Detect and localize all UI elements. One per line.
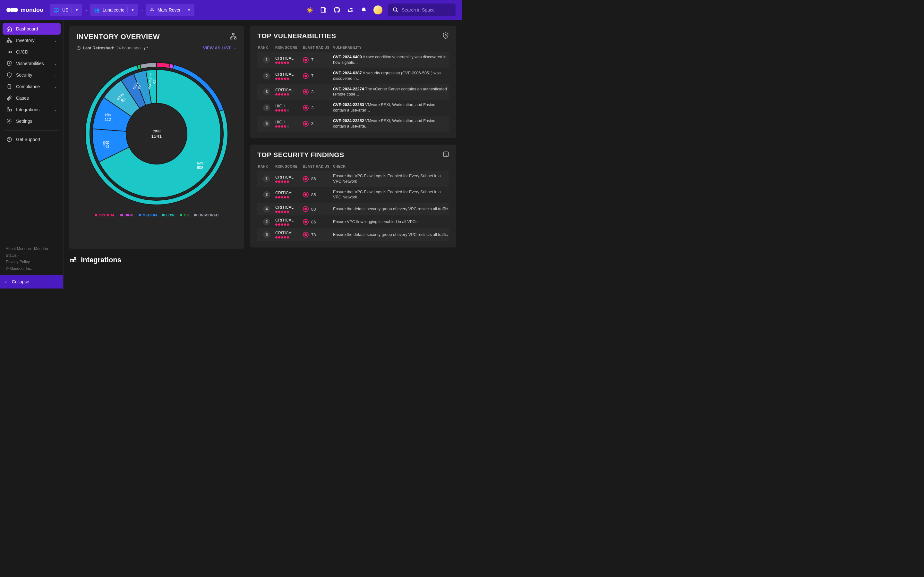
table-row[interactable]: 2 CRITICAL 7 CVE-2024-6387 A security re…	[257, 68, 449, 84]
sitemap-icon[interactable]	[230, 33, 237, 40]
theme-icon[interactable]: ☀️	[306, 6, 314, 14]
clock-icon	[76, 46, 81, 50]
expand-icon[interactable]	[443, 151, 449, 157]
region-selector[interactable]: 🌐 US ▼	[50, 4, 82, 16]
table-row[interactable]: 3 CRITICAL 3 CVE-2024-22274 The vCenter …	[257, 84, 449, 100]
sidebar-item-compliance[interactable]: Compliance ⌄	[3, 81, 61, 92]
legend-item[interactable]: OK	[180, 213, 189, 217]
sidebar-item-label: Settings	[16, 119, 32, 124]
gear-icon	[6, 118, 12, 124]
sidebar-item-label: Inventory	[16, 38, 35, 43]
brand-logo[interactable]: mondoo	[6, 7, 43, 13]
bell-icon[interactable]	[360, 6, 368, 14]
legend-item[interactable]: CRITICAL	[95, 213, 115, 217]
svg-point-14	[9, 121, 10, 122]
table-row[interactable]: 1 CRITICAL 7 CVE-2024-6409 A race condit…	[257, 52, 449, 68]
legend-item[interactable]: HIGH	[120, 213, 134, 217]
svg-point-20	[445, 35, 447, 36]
sidebar-item-label: Integrations	[16, 107, 39, 112]
svg-rect-3	[348, 11, 351, 12]
table-row[interactable]: 2 CRITICAL 86 Ensure VPC flow logging is…	[257, 215, 449, 228]
rank-badge: 1	[258, 56, 275, 63]
row-description: Ensure that VPC Flow Logs is Enabled for…	[333, 189, 449, 200]
rank-badge: 3	[258, 88, 275, 95]
last-refreshed: Last Refreshed: 24 hours ago	[76, 45, 148, 50]
risk-score: CRITICAL	[275, 88, 303, 95]
shield-bug-icon[interactable]	[442, 32, 449, 39]
col-rank: RANK	[258, 45, 275, 49]
sidebar-item-security[interactable]: Security ⌄	[3, 69, 61, 81]
legend-item[interactable]: MEDIUM	[139, 213, 157, 217]
card-title: TOP VULNERABILITIES	[257, 32, 336, 40]
chevron-down-icon: ⌄	[54, 85, 57, 89]
svg-rect-2	[351, 9, 352, 12]
collapse-button[interactable]: ‹ Collapse	[0, 275, 63, 288]
sidebar-item-label: Compliance	[16, 84, 40, 89]
footer-about[interactable]: About Mondoo	[6, 247, 31, 251]
topbar: mondoo 🌐 US ▼ › 👥 Lunalectric ▼ › ⁂ Mars…	[0, 0, 462, 20]
svg-rect-11	[7, 109, 9, 111]
refresh-icon[interactable]	[144, 46, 148, 50]
inventory-donut-chart[interactable]: total 1341 aws908 gcp114 k8s112 other82	[83, 60, 230, 207]
shield-icon	[6, 72, 12, 78]
blast-radius: 86	[303, 219, 333, 225]
avatar[interactable]	[373, 5, 383, 15]
integrations-icon	[6, 107, 12, 113]
slack-icon[interactable]	[347, 6, 354, 14]
clipboard-icon	[6, 84, 12, 89]
sidebar-item-integrations[interactable]: Integrations ⌄	[3, 104, 61, 115]
card-title: TOP SECURITY FINDINGS	[257, 151, 344, 159]
table-row[interactable]: 4 HIGH 3 CVE-2024-22253 VMware ESXi, Wor…	[257, 100, 449, 116]
sidebar-item-settings[interactable]: Settings	[3, 115, 61, 127]
sitemap-icon	[6, 37, 12, 43]
chevron-down-icon: ▼	[187, 8, 191, 12]
risk-score: CRITICAL	[275, 191, 303, 198]
donut-total-value: 1341	[151, 133, 162, 139]
blast-icon	[303, 73, 309, 79]
sidebar-item-support[interactable]: Get Support	[3, 134, 61, 145]
svg-rect-12	[10, 109, 11, 111]
sidebar-item-cicd[interactable]: CI/CD	[3, 46, 61, 58]
risk-score: CRITICAL	[275, 218, 303, 226]
svg-rect-1	[350, 8, 352, 9]
table-row[interactable]: 5 HIGH 3 CVE-2024-22252 VMware ESXi, Wor…	[257, 116, 449, 132]
col-vuln: VULNERABILITY	[333, 45, 449, 49]
sidebar-item-label: Security	[16, 73, 32, 77]
sidebar-item-vulnerabilities[interactable]: Vulnerabilities ⌄	[3, 58, 61, 69]
table-row[interactable]: 1 CRITICAL 86 Ensure that VPC Flow Logs …	[257, 171, 449, 187]
chevron-down-icon: ▼	[131, 8, 134, 12]
sidebar-item-cases[interactable]: Cases	[3, 92, 61, 104]
space-selector[interactable]: ⁂ Mars Rover ▼	[146, 4, 194, 16]
row-description: CVE-2024-6387 A security regression (CVE…	[333, 71, 449, 81]
rank-badge: 4	[258, 205, 275, 213]
table-row[interactable]: 3 CRITICAL 85 Ensure that VPC Flow Logs …	[257, 187, 449, 203]
sidebar-item-label: Dashboard	[16, 26, 38, 31]
chevron-left-icon: ‹	[5, 279, 7, 284]
col-blast: BLAST RADIUS	[303, 45, 333, 49]
arrow-right-icon: →	[233, 45, 237, 50]
sidebar-item-dashboard[interactable]: Dashboard	[3, 23, 61, 35]
view-as-list-link[interactable]: VIEW AS LIST →	[203, 45, 237, 50]
slice-label-aws: aws908	[197, 161, 204, 170]
svg-rect-17	[230, 38, 232, 39]
chart-legend: CRITICALHIGHMEDIUMLOWOKUNSCORED	[76, 213, 237, 217]
sidebar-item-label: Vulnerabilities	[16, 61, 44, 66]
globe-icon: 🌐	[53, 7, 59, 13]
blast-icon	[303, 89, 309, 95]
home-icon	[6, 26, 12, 32]
legend-item[interactable]: LOW	[162, 213, 174, 217]
rank-badge: 3	[258, 191, 275, 198]
table-row[interactable]: 6 CRITICAL 78 Ensure the default securit…	[257, 228, 449, 241]
search-input[interactable]: Search in Space	[388, 3, 456, 16]
docs-icon[interactable]	[320, 6, 327, 14]
legend-item[interactable]: UNSCORED	[194, 213, 218, 217]
sidebar-footer: About Mondoo · Mondoo Status · Privacy P…	[3, 242, 61, 275]
table-row[interactable]: 4 CRITICAL 83 Ensure the default securit…	[257, 203, 449, 215]
org-selector[interactable]: 👥 Lunalectric ▼	[90, 4, 138, 16]
footer-privacy[interactable]: Privacy Policy	[6, 259, 30, 264]
github-icon[interactable]	[333, 6, 341, 14]
donut-total-label: total	[151, 129, 162, 133]
sidebar-item-inventory[interactable]: Inventory ⌄	[3, 35, 61, 46]
sidebar-item-label: CI/CD	[16, 49, 28, 55]
blast-icon	[303, 57, 309, 63]
